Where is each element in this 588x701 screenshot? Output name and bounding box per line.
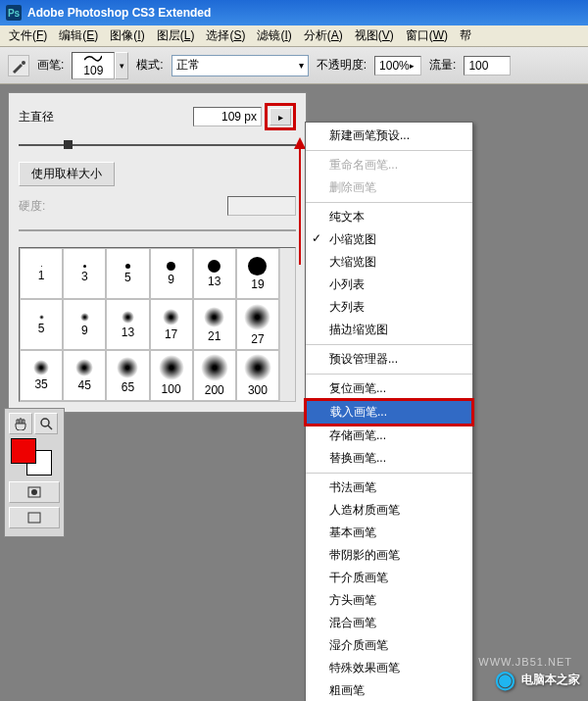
opacity-input[interactable]: 100% ▸ [374, 56, 421, 75]
menu-item[interactable]: 图层(L) [152, 25, 200, 46]
menu-separator [306, 150, 472, 151]
menu-separator [306, 473, 472, 474]
brush-preset-cell[interactable]: 65 [106, 350, 149, 401]
brush-preset-cell[interactable]: 5 [20, 299, 63, 350]
brush-preset-cell[interactable]: 19 [236, 248, 279, 299]
brush-preset-cell[interactable]: 100 [150, 350, 193, 401]
mode-select[interactable]: 正常 [172, 55, 309, 76]
brush-preset-cell[interactable]: 35 [20, 350, 63, 401]
menu-item[interactable]: 大缩览图 [306, 251, 472, 274]
opacity-label: 不透明度: [317, 57, 367, 74]
menu-item[interactable]: 描边缩览图 [306, 319, 472, 341]
brush-preset-size-label: 19 [251, 277, 264, 291]
menu-item[interactable]: 混合画笔 [306, 612, 472, 634]
brush-preview[interactable]: 109 [72, 52, 115, 79]
svg-point-0 [22, 61, 25, 65]
brush-preset-cell[interactable]: 300 [236, 350, 279, 401]
brush-preset-size-label: 200 [205, 383, 224, 397]
brush-size-label: 109 [83, 64, 103, 77]
brush-preset-cell[interactable]: 9 [20, 401, 63, 402]
menu-item[interactable]: 替换画笔... [306, 447, 472, 470]
brush-preset-cell[interactable]: 13 [63, 401, 106, 402]
menu-item[interactable]: 视图(V) [350, 25, 399, 46]
menu-item[interactable]: 书法画笔 [306, 476, 472, 499]
brush-dropdown-arrow[interactable]: ▾ [115, 52, 128, 79]
menu-item[interactable]: 复位画笔... [306, 377, 472, 400]
opacity-arrow-icon[interactable]: ▸ [410, 61, 416, 71]
screen-mode-icon[interactable] [9, 507, 60, 528]
brush-preset-size-label: 17 [165, 327, 177, 341]
brush-preset-size-label: 3 [81, 270, 88, 283]
brush-preset-size-label: 27 [251, 332, 264, 346]
grid-scrollbar[interactable] [279, 248, 295, 401]
menu-item[interactable]: 干介质画笔 [306, 567, 472, 589]
menu-item[interactable]: 文件(F) [4, 25, 52, 46]
menu-separator [306, 202, 472, 203]
use-sampled-size-button[interactable]: 使用取样大小 [19, 162, 115, 186]
hardness-input[interactable] [227, 196, 296, 216]
flyout-highlight: ▸ [265, 103, 296, 130]
brush-preset-size-label: 300 [248, 383, 268, 397]
flow-input[interactable]: 100 [464, 56, 511, 75]
diameter-slider[interactable] [19, 138, 296, 152]
app-icon: Ps [6, 5, 22, 21]
brush-preset-cell[interactable]: 13 [106, 299, 149, 350]
menu-item: 删除画笔 [306, 176, 472, 199]
menu-item[interactable]: 帮 [455, 25, 476, 46]
menu-item[interactable]: 粗画笔 [306, 679, 472, 701]
menu-item[interactable]: 载入画笔... [307, 401, 471, 424]
hardness-slider[interactable] [19, 224, 296, 237]
titlebar: Ps Adobe Photoshop CS3 Extended [0, 0, 588, 25]
menu-item[interactable]: 方头画笔 [306, 589, 472, 612]
brush-preset-cell[interactable]: 13 [193, 248, 236, 299]
menu-item[interactable]: 纯文本 [306, 206, 472, 228]
brush-preset-cell[interactable]: 45 [193, 401, 236, 402]
menu-item[interactable]: 新建画笔预设... [306, 125, 472, 147]
menubar: 文件(F)编辑(E)图像(I)图层(L)选择(S)滤镜(I)分析(A)视图(V)… [0, 25, 588, 47]
watermark-text: 电脑本之家 [521, 672, 580, 688]
brush-tool-icon[interactable] [8, 55, 29, 76]
brush-preset-cell[interactable]: 3 [63, 248, 106, 299]
flow-value: 100 [468, 59, 488, 73]
hardness-label: 硬度: [19, 198, 77, 215]
menu-item[interactable]: 基本画笔 [306, 522, 472, 544]
menu-item[interactable]: 人造材质画笔 [306, 499, 472, 522]
brush-preset-cell[interactable]: 17 [150, 299, 193, 350]
menu-item[interactable]: 特殊效果画笔 [306, 657, 472, 679]
menu-item[interactable]: 图像(I) [105, 25, 149, 46]
brush-preset-cell[interactable]: 17 [150, 401, 193, 402]
menu-item[interactable]: 窗口(W) [401, 25, 453, 46]
diameter-input[interactable]: 109 px [193, 107, 262, 126]
foreground-color-swatch[interactable] [11, 438, 36, 464]
menu-item[interactable]: 分析(A) [299, 25, 348, 46]
brush-preset-cell[interactable]: 5 [106, 248, 149, 299]
brush-preset-size-label: 21 [208, 329, 220, 343]
brush-preset-size-label: 9 [168, 273, 174, 286]
brush-preset-cell[interactable]: 9 [150, 248, 193, 299]
menu-item[interactable]: 带阴影的画笔 [306, 544, 472, 567]
hand-tool-icon[interactable] [9, 413, 32, 434]
brush-preset-size-label: 9 [81, 324, 88, 337]
menu-item[interactable]: 预设管理器... [306, 348, 472, 371]
quickmask-icon[interactable] [9, 481, 60, 503]
watermark-swirl-icon: ◉ [495, 666, 515, 693]
menu-separator [306, 374, 472, 375]
menu-item[interactable]: 选择(S) [201, 25, 250, 46]
brush-preset-cell[interactable]: 19 [106, 401, 149, 402]
brush-preset-cell[interactable]: 9 [63, 299, 106, 350]
brush-preset-cell[interactable]: 1 [20, 248, 63, 299]
menu-item[interactable]: 编辑(E) [54, 25, 103, 46]
brush-preset-cell[interactable]: 27 [236, 299, 279, 350]
menu-item[interactable]: 大列表 [306, 296, 472, 319]
brush-preset-cell[interactable]: 65 [236, 401, 279, 402]
menu-item[interactable]: 滤镜(I) [252, 25, 296, 46]
menu-item[interactable]: 小缩览图 [306, 228, 472, 251]
flyout-menu-button[interactable]: ▸ [270, 108, 291, 125]
menu-item[interactable]: 存储画笔... [306, 425, 472, 447]
menu-item[interactable]: 湿介质画笔 [306, 634, 472, 657]
zoom-tool-icon[interactable] [34, 413, 58, 434]
brush-preset-cell[interactable]: 45 [63, 350, 106, 401]
menu-item[interactable]: 小列表 [306, 274, 472, 296]
brush-preset-cell[interactable]: 21 [193, 299, 236, 350]
brush-preset-cell[interactable]: 200 [193, 350, 236, 401]
